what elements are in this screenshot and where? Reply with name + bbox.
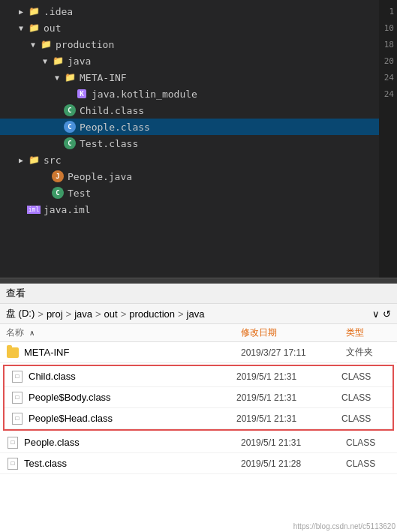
tree-item-label: META-INF <box>80 72 127 83</box>
tree-item-out[interactable]: ▼📁out <box>0 20 397 36</box>
tree-item-kotlin-module[interactable]: Kjava.kotlin_module <box>0 86 397 102</box>
class-file-icon: □ <box>11 412 24 425</box>
tree-item-test-kt[interactable]: CTest <box>0 185 397 201</box>
watermark: https://blog.csdn.net/c5113620 <box>293 522 395 530</box>
breadcrumb-item[interactable]: java <box>187 308 205 320</box>
breadcrumb-separator: > <box>95 308 101 320</box>
line-number: 24 <box>379 69 397 86</box>
file-name: Test.class <box>24 458 241 469</box>
class-file-icon: □ <box>11 370 24 383</box>
tree-item-label: People.java <box>68 171 132 182</box>
tree-item-idea[interactable]: ▶📁.idea <box>0 3 397 20</box>
tree-item-child-class[interactable]: CChild.class <box>0 102 397 119</box>
folder-icon: 📁 <box>27 5 41 17</box>
class-blue-icon: C <box>63 121 77 133</box>
file-type: 文件夹 <box>346 346 391 359</box>
breadcrumb-item[interactable]: out <box>104 308 118 320</box>
explorer-header: 查看 <box>0 284 397 304</box>
file-date: 2019/5/1 21:31 <box>236 392 341 403</box>
tree-item-test-class[interactable]: CTest.class <box>0 135 397 152</box>
tree-arrow: ▼ <box>51 74 63 82</box>
line-number: 10 <box>379 20 397 36</box>
tree-item-java-iml[interactable]: imljava.iml <box>0 201 397 218</box>
top-panel: ▶📁.idea▼📁out▼📁production▼📁java▼📁META-INF… <box>0 0 397 278</box>
tree-item-label: Test.class <box>80 138 138 149</box>
file-date: 2019/5/1 21:31 <box>241 437 346 448</box>
iml-icon: iml <box>27 203 41 215</box>
highlighted-group: □Child.class2019/5/1 21:31CLASS□People$B… <box>3 365 394 431</box>
file-row[interactable]: □People$Head.class2019/5/1 21:31CLASS <box>5 408 392 429</box>
tree-item-label: production <box>56 39 114 50</box>
file-row[interactable]: □People.class2019/5/1 21:31CLASS <box>0 432 397 453</box>
line-number: 1 <box>379 3 397 20</box>
kotlin-icon: K <box>75 88 89 100</box>
breadcrumb-item[interactable]: 盘 (D:) <box>6 307 35 320</box>
tree-item-meta-inf[interactable]: ▼📁META-INF <box>0 69 397 86</box>
bottom-panel: 查看 盘 (D:) > proj > java > out > producti… <box>0 284 397 532</box>
tree-item-label: java.iml <box>44 204 91 215</box>
file-type: CLASS <box>341 371 386 382</box>
file-list: META-INF2019/3/27 17:11文件夹□Child.class20… <box>0 342 397 474</box>
file-row[interactable]: □People$Body.class2019/5/1 21:31CLASS <box>5 387 392 408</box>
column-headers: 名称 ∧ 修改日期 类型 <box>0 324 397 342</box>
class-file-icon: □ <box>6 457 20 470</box>
folder-icon: 📁 <box>63 71 77 83</box>
file-name: People$Head.class <box>29 413 236 424</box>
folder-icon: 📁 <box>27 154 41 166</box>
header-label: 查看 <box>6 287 26 300</box>
tree-item-label: Test <box>68 188 91 199</box>
file-name: META-INF <box>24 347 241 358</box>
line-number: 24 <box>379 86 397 102</box>
tree-arrow: ▼ <box>27 41 39 49</box>
file-date: 2019/5/1 21:31 <box>236 371 341 382</box>
line-number: 18 <box>379 36 397 53</box>
breadcrumb-bar[interactable]: 盘 (D:) > proj > java > out > production … <box>0 304 397 324</box>
folder-icon: 📁 <box>39 38 53 50</box>
tree-arrow: ▶ <box>15 156 27 164</box>
col-type-header: 类型 <box>346 326 391 339</box>
tree-item-label: out <box>44 23 61 34</box>
tree-item-src[interactable]: ▶📁src <box>0 152 397 168</box>
breadcrumb-separator: > <box>38 308 44 320</box>
sort-arrow: ∧ <box>29 329 35 337</box>
tree-item-label: .idea <box>44 6 73 17</box>
file-type: CLASS <box>341 392 386 403</box>
class-icon: C <box>63 137 77 149</box>
file-row[interactable]: META-INF2019/3/27 17:11文件夹 <box>0 342 397 363</box>
col-date-header: 修改日期 <box>241 326 346 339</box>
class-file-icon: □ <box>11 391 24 404</box>
col-name-header: 名称 ∧ <box>6 326 241 339</box>
tree-arrow: ▶ <box>15 8 27 16</box>
breadcrumb-item[interactable]: java <box>74 308 92 320</box>
tree-arrow: ▼ <box>15 24 27 32</box>
tree-item-people-class[interactable]: CPeople.class <box>0 119 397 135</box>
file-row[interactable]: □Test.class2019/5/1 21:28CLASS <box>0 453 397 474</box>
class-file-icon: □ <box>6 436 20 449</box>
divider <box>0 278 397 284</box>
tree-item-java-folder[interactable]: ▼📁java <box>0 53 397 69</box>
tree-item-label: People.class <box>80 122 150 133</box>
tree-arrow: ▼ <box>39 57 51 65</box>
breadcrumb-separator: > <box>178 308 184 320</box>
tree-item-production[interactable]: ▼📁production <box>0 36 397 53</box>
file-name: Child.class <box>29 371 236 382</box>
tree-item-label: src <box>44 155 61 166</box>
file-row[interactable]: □Child.class2019/5/1 21:31CLASS <box>5 366 392 387</box>
file-type: CLASS <box>346 458 391 469</box>
file-type: CLASS <box>341 413 386 424</box>
tree-item-label: java.kotlin_module <box>92 89 197 100</box>
breadcrumb-item[interactable]: production <box>129 308 175 320</box>
breadcrumb-dropdown-button[interactable]: ∨ ↺ <box>372 308 391 320</box>
class-icon: C <box>51 187 65 199</box>
file-name: People$Body.class <box>29 392 236 403</box>
file-date: 2019/5/1 21:31 <box>236 413 341 424</box>
file-name: People.class <box>24 437 241 448</box>
class-icon: C <box>63 104 77 116</box>
folder-icon: 📁 <box>27 22 41 34</box>
line-numbers: 11018202424 <box>379 0 397 278</box>
folder-icon <box>6 346 20 359</box>
file-date: 2019/5/1 21:28 <box>241 458 346 469</box>
breadcrumb-item[interactable]: proj <box>47 308 63 320</box>
tree-item-people-java[interactable]: JPeople.java <box>0 168 397 185</box>
file-date: 2019/3/27 17:11 <box>241 347 346 358</box>
